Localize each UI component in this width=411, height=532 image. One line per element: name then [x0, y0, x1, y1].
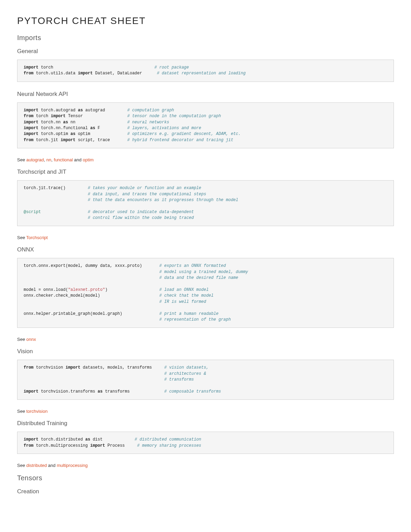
subsection-dist: Distributed Training — [17, 420, 394, 427]
code-general: import torch # root package from torch.u… — [17, 60, 394, 82]
link-distributed[interactable]: distributed — [26, 463, 47, 468]
code-dist: import torch.distributed as dist # distr… — [17, 432, 394, 454]
subsection-onnx: ONNX — [17, 246, 394, 253]
see-tsjit: See Torchscript — [17, 235, 394, 240]
code-tsjit: torch.jit.trace() # takes your module or… — [17, 180, 394, 226]
code-vision: from torchvision import datasets, models… — [17, 360, 394, 400]
link-torchvision[interactable]: torchvision — [26, 409, 48, 414]
see-dist: See distributed and multiprocessing — [17, 463, 394, 468]
page-title: PYTORCH CHEAT SHEET — [17, 15, 394, 26]
subsection-nnapi: Neural Network API — [17, 91, 394, 98]
link-torchscript[interactable]: Torchscript — [26, 235, 48, 240]
subsection-general: General — [17, 48, 394, 55]
subsection-tsjit: Torchscript and JIT — [17, 169, 394, 175]
code-nnapi: import torch.autograd as autograd # comp… — [17, 102, 394, 148]
link-optim[interactable]: optim — [83, 157, 94, 162]
see-nnapi: See autograd, nn, functional and optim — [17, 157, 394, 162]
link-autograd[interactable]: autograd — [26, 157, 44, 162]
subsection-vision: Vision — [17, 348, 394, 355]
subsection-creation: Creation — [17, 488, 394, 495]
section-imports: Imports — [17, 34, 394, 42]
link-multiprocessing[interactable]: multiprocessing — [57, 463, 88, 468]
link-onnx[interactable]: onnx — [26, 337, 36, 342]
link-functional[interactable]: functional — [54, 157, 73, 162]
see-vision: See torchvision — [17, 409, 394, 414]
section-tensors: Tensors — [17, 474, 394, 482]
code-onnx: torch.onnx.export(model, dummy data, xxx… — [17, 258, 394, 328]
see-onnx: See onnx — [17, 337, 394, 342]
link-nn[interactable]: nn — [46, 157, 51, 162]
